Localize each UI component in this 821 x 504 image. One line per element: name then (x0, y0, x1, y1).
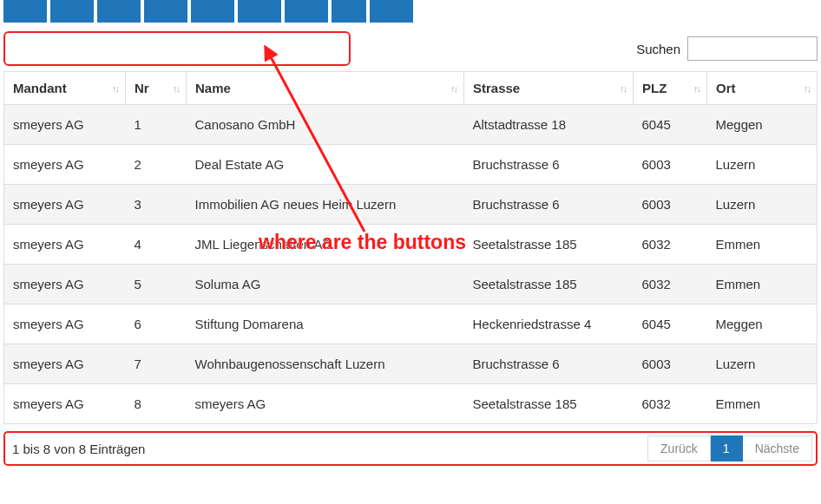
cell-nr: 8 (126, 384, 187, 424)
cell-name: Stiftung Domarena (187, 304, 464, 344)
table-row[interactable]: smeyers AG5Soluma AGSeetalstrasse 185603… (4, 265, 818, 304)
annotation-empty-buttons-box (3, 31, 351, 66)
col-header-name[interactable]: Name↑↓ (187, 72, 464, 105)
cell-mandant: smeyers AG (4, 384, 126, 424)
cell-ort: Luzern (707, 344, 818, 384)
table-body: smeyers AG1Canosano GmbHAltstadtrasse 18… (4, 105, 818, 424)
cell-mandant: smeyers AG (4, 304, 126, 344)
cell-mandant: smeyers AG (4, 145, 126, 185)
table-row[interactable]: smeyers AG1Canosano GmbHAltstadtrasse 18… (4, 105, 818, 145)
cell-mandant: smeyers AG (4, 265, 126, 304)
search-input[interactable] (687, 36, 818, 61)
cell-ort: Meggen (707, 304, 818, 344)
pager: Zurück 1 Nächste (647, 435, 812, 461)
sort-icon: ↑↓ (620, 83, 626, 94)
col-header-mandant[interactable]: Mandant↑↓ (4, 72, 126, 105)
toolbar-button[interactable] (50, 0, 94, 23)
col-header-label: PLZ (642, 81, 667, 95)
cell-nr: 7 (126, 344, 187, 384)
col-header-label: Mandant (13, 81, 67, 95)
cell-strasse: Seetalstrasse 185 (464, 225, 634, 265)
cell-mandant: smeyers AG (4, 185, 126, 225)
cell-plz: 6032 (634, 265, 707, 304)
cell-ort: Luzern (707, 185, 818, 225)
toolbar-button[interactable] (370, 0, 413, 23)
col-header-strasse[interactable]: Strasse↑↓ (464, 72, 634, 105)
col-header-nr[interactable]: Nr↑↓ (126, 72, 187, 105)
cell-name: Canosano GmbH (187, 105, 464, 145)
col-header-label: Nr (135, 81, 149, 95)
col-header-plz[interactable]: PLZ↑↓ (634, 72, 707, 105)
cell-nr: 3 (126, 185, 187, 225)
table-header-row: Mandant↑↓ Nr↑↓ Name↑↓ Strasse↑↓ PLZ↑↓ Or… (4, 72, 818, 105)
search-wrap: Suchen (636, 36, 818, 61)
table-row[interactable]: smeyers AG8smeyers AGSeetalstrasse 18560… (4, 384, 818, 424)
cell-plz: 6032 (634, 384, 707, 424)
cell-strasse: Bruchstrasse 6 (464, 145, 634, 185)
pager-page-1-button[interactable]: 1 (711, 435, 743, 461)
cell-nr: 5 (126, 265, 187, 304)
cell-strasse: Bruchstrasse 6 (464, 344, 634, 384)
cell-strasse: Bruchstrasse 6 (464, 185, 634, 225)
cell-strasse: Seetalstrasse 185 (464, 384, 634, 424)
cell-name: Wohnbaugenossenschaft Luzern (187, 344, 464, 384)
cell-name: JML Liegenschaften AG (187, 225, 464, 265)
cell-plz: 6003 (634, 185, 707, 225)
cell-plz: 6032 (634, 225, 707, 265)
sort-icon: ↑↓ (804, 83, 810, 94)
data-table: Mandant↑↓ Nr↑↓ Name↑↓ Strasse↑↓ PLZ↑↓ Or… (3, 71, 818, 424)
cell-plz: 6045 (634, 105, 707, 145)
table-row[interactable]: smeyers AG6Stiftung DomarenaHeckenriedst… (4, 304, 818, 344)
table-row[interactable]: smeyers AG7Wohnbaugenossenschaft LuzernB… (4, 344, 818, 384)
cell-name: smeyers AG (187, 384, 464, 424)
toolbar (3, 0, 818, 23)
cell-plz: 6003 (634, 344, 707, 384)
toolbar-button[interactable] (285, 0, 328, 23)
toolbar-button[interactable] (3, 0, 47, 23)
toolbar-button[interactable] (332, 0, 366, 23)
cell-strasse: Heckenriedstrasse 4 (464, 304, 634, 344)
toolbar-button[interactable] (144, 0, 187, 23)
cell-mandant: smeyers AG (4, 105, 126, 145)
cell-ort: Emmen (707, 265, 818, 304)
pager-prev-button[interactable]: Zurück (647, 435, 711, 461)
cell-nr: 2 (126, 145, 187, 185)
col-header-ort[interactable]: Ort↑↓ (707, 72, 818, 105)
sort-icon: ↑↓ (693, 83, 699, 94)
cell-name: Immobilien AG neues Heim Luzern (187, 185, 464, 225)
table-row[interactable]: smeyers AG2Deal Estate AGBruchstrasse 66… (4, 145, 818, 185)
cell-plz: 6045 (634, 304, 707, 344)
cell-mandant: smeyers AG (4, 225, 126, 265)
cell-mandant: smeyers AG (4, 344, 126, 384)
cell-name: Deal Estate AG (187, 145, 464, 185)
cell-ort: Luzern (707, 145, 818, 185)
cell-nr: 6 (126, 304, 187, 344)
pager-next-button[interactable]: Nächste (743, 435, 812, 461)
col-header-label: Ort (716, 81, 736, 95)
above-table-row: Suchen (3, 31, 818, 66)
cell-ort: Meggen (707, 105, 818, 145)
cell-nr: 1 (126, 105, 187, 145)
table-row[interactable]: smeyers AG4JML Liegenschaften AGSeetalst… (4, 225, 818, 265)
sort-icon: ↑↓ (112, 83, 118, 94)
col-header-label: Strasse (473, 81, 520, 95)
table-info: 1 bis 8 von 8 Einträgen (12, 442, 145, 456)
cell-nr: 4 (126, 225, 187, 265)
cell-strasse: Seetalstrasse 185 (464, 265, 634, 304)
cell-ort: Emmen (707, 225, 818, 265)
table-row[interactable]: smeyers AG3Immobilien AG neues Heim Luze… (4, 185, 818, 225)
toolbar-button[interactable] (238, 0, 281, 23)
sort-icon: ↑↓ (173, 83, 179, 94)
cell-ort: Emmen (707, 384, 818, 424)
toolbar-button[interactable] (97, 0, 141, 23)
toolbar-button[interactable] (191, 0, 234, 23)
cell-plz: 6003 (634, 145, 707, 185)
cell-name: Soluma AG (187, 265, 464, 304)
annotation-footer-box: 1 bis 8 von 8 Einträgen Zurück 1 Nächste (3, 431, 818, 466)
sort-icon: ↑↓ (450, 83, 456, 94)
search-label: Suchen (636, 42, 680, 56)
col-header-label: Name (195, 81, 231, 95)
cell-strasse: Altstadtrasse 18 (464, 105, 634, 145)
